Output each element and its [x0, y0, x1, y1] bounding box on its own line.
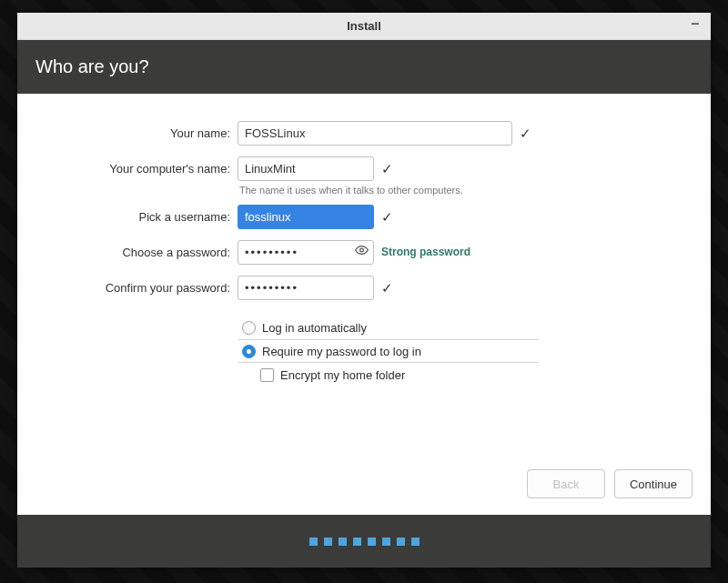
login-require-radio[interactable]: Require my password to log in [238, 339, 539, 363]
radio-icon [242, 321, 256, 335]
installer-window: Install Who are you? Your name: ✓ Your c… [17, 13, 711, 568]
minimize-icon[interactable] [689, 19, 702, 32]
footer-buttons: Back Continue [527, 469, 693, 498]
option-label: Encrypt my home folder [280, 368, 405, 382]
username-label: Pick a username: [17, 210, 238, 224]
progress-bar [17, 515, 711, 568]
svg-point-0 [360, 248, 364, 252]
name-input[interactable] [238, 121, 512, 146]
computer-label: Your computer's name: [17, 162, 238, 176]
option-label: Require my password to log in [262, 345, 421, 358]
check-icon: ✓ [381, 281, 393, 295]
progress-dots [309, 538, 420, 546]
progress-dot [309, 538, 318, 546]
encrypt-checkbox[interactable]: Encrypt my home folder [238, 363, 710, 387]
password-input[interactable] [238, 240, 374, 265]
progress-dot [353, 538, 361, 546]
checkbox-icon [260, 368, 274, 382]
progress-dot [397, 538, 405, 546]
option-label: Log in automatically [262, 321, 367, 335]
progress-dot [368, 538, 376, 546]
check-icon: ✓ [381, 210, 393, 224]
computer-help-text: The name it uses when it talks to other … [238, 185, 463, 196]
check-icon: ✓ [381, 162, 393, 176]
password-label: Choose a password: [17, 246, 238, 259]
name-label: Your name: [17, 126, 238, 140]
radio-icon [242, 345, 256, 358]
confirm-label: Confirm your password: [17, 281, 238, 295]
computer-name-input[interactable] [238, 156, 374, 181]
progress-dot [339, 538, 347, 546]
window-title: Install [347, 19, 381, 33]
progress-dot [382, 538, 390, 546]
continue-button[interactable]: Continue [614, 469, 693, 498]
login-auto-radio[interactable]: Log in automatically [238, 316, 710, 339]
back-button[interactable]: Back [527, 469, 605, 498]
progress-dot [324, 538, 332, 546]
eye-icon[interactable] [355, 244, 369, 261]
progress-dot [411, 538, 420, 546]
confirm-password-input[interactable] [238, 276, 374, 300]
check-icon: ✓ [520, 126, 531, 140]
username-input[interactable] [238, 205, 374, 229]
window-titlebar: Install [17, 13, 711, 40]
page-header: Who are you? [17, 40, 711, 94]
page-title: Who are you? [35, 56, 149, 76]
password-strength: Strong password [381, 246, 470, 258]
form-content: Your name: ✓ Your computer's name: ✓ The… [17, 94, 711, 515]
